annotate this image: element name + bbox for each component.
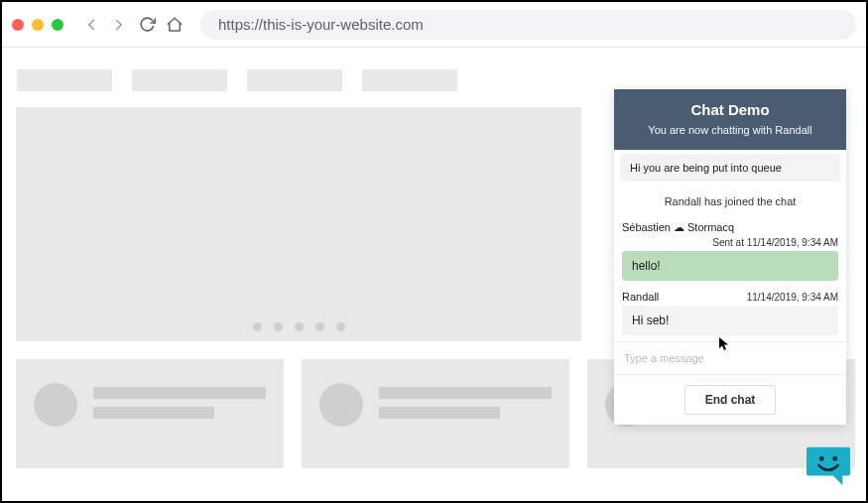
carousel-dots bbox=[16, 322, 581, 331]
text-placeholder bbox=[379, 387, 552, 399]
hero-placeholder bbox=[16, 107, 581, 341]
home-button[interactable] bbox=[165, 15, 185, 35]
agent-message-block: Randall 11/14/2019, 9:34 AM Hi seb! bbox=[614, 287, 846, 341]
chat-footer: End chat bbox=[614, 374, 846, 425]
card-placeholder bbox=[16, 359, 284, 468]
user-sent-at: Sent at 11/14/2019, 9:34 AM bbox=[622, 237, 838, 248]
nav-placeholder-row bbox=[12, 69, 856, 91]
chat-widget: Chat Demo You are now chatting with Rand… bbox=[614, 89, 846, 425]
carousel-dot[interactable] bbox=[336, 322, 345, 331]
system-queue-message: Hi you are being put into queue bbox=[620, 154, 840, 182]
close-window-icon[interactable] bbox=[12, 19, 24, 31]
forward-button[interactable] bbox=[109, 15, 129, 35]
nav-placeholder bbox=[247, 69, 342, 91]
chat-header: Chat Demo You are now chatting with Rand… bbox=[614, 89, 846, 150]
agent-name: Randall bbox=[622, 291, 659, 303]
system-joined-message: Randall has joined the chat bbox=[614, 186, 846, 217]
card-placeholder bbox=[302, 359, 569, 468]
maximize-window-icon[interactable] bbox=[52, 19, 63, 31]
user-name: Sébastien ☁ Stormacq bbox=[622, 221, 734, 234]
carousel-dot[interactable] bbox=[315, 322, 324, 331]
url-text: https://this-is-your-website.com bbox=[218, 16, 424, 33]
back-button[interactable] bbox=[81, 15, 101, 35]
user-message-block: Sébastien ☁ Stormacq Sent at 11/14/2019,… bbox=[614, 217, 846, 287]
text-placeholder bbox=[379, 407, 500, 419]
nav-placeholder bbox=[17, 69, 112, 91]
text-placeholder bbox=[93, 387, 266, 399]
avatar-placeholder bbox=[34, 383, 77, 427]
chat-subtitle: You are now chatting with Randall bbox=[622, 124, 838, 136]
carousel-dot[interactable] bbox=[295, 322, 304, 331]
nav-placeholder bbox=[362, 69, 457, 91]
end-chat-button[interactable]: End chat bbox=[684, 385, 777, 415]
avatar-placeholder bbox=[319, 383, 363, 427]
chat-launcher-icon[interactable] bbox=[805, 443, 852, 487]
chat-input[interactable] bbox=[614, 341, 846, 374]
window-controls bbox=[12, 19, 63, 31]
browser-toolbar: https://this-is-your-website.com bbox=[2, 2, 866, 48]
text-placeholder bbox=[93, 407, 214, 419]
address-bar[interactable]: https://this-is-your-website.com bbox=[200, 10, 856, 40]
svg-point-0 bbox=[819, 456, 824, 461]
svg-point-1 bbox=[832, 456, 837, 461]
nav-placeholder bbox=[132, 69, 227, 91]
chat-body: Hi you are being put into queue Randall … bbox=[614, 154, 846, 341]
carousel-dot[interactable] bbox=[253, 322, 262, 331]
chat-title: Chat Demo bbox=[622, 101, 838, 118]
minimize-window-icon[interactable] bbox=[32, 19, 44, 31]
reload-button[interactable] bbox=[137, 15, 157, 35]
user-message-bubble: hello! bbox=[622, 251, 838, 281]
agent-time: 11/14/2019, 9:34 AM bbox=[747, 292, 838, 303]
carousel-dot[interactable] bbox=[274, 322, 283, 331]
agent-message-bubble: Hi seb! bbox=[622, 306, 838, 335]
